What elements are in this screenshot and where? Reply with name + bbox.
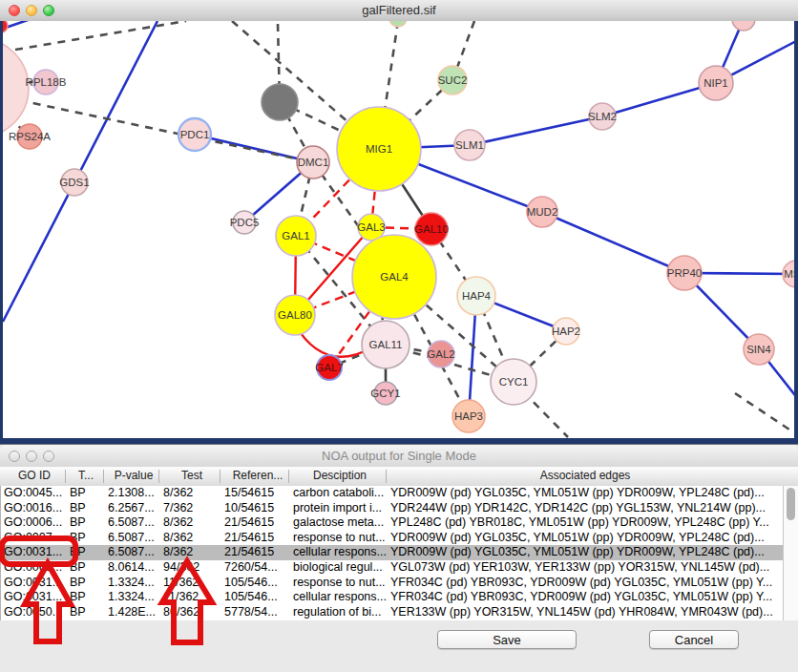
table-row[interactable]: GO:0031...BP1.3324...11/362105/546...res…	[1, 576, 798, 591]
graph-node-label: GAL3	[357, 221, 385, 233]
noa-window-titlebar[interactable]: NOA output for Single Mode	[0, 445, 798, 468]
table-cell: GO:0065...	[4, 560, 67, 576]
graph-node[interactable]	[389, 21, 407, 27]
graph-edge[interactable]	[195, 135, 313, 162]
table-cell: 11/362	[163, 576, 222, 591]
column-header-referen-[interactable]: Referen...	[223, 469, 292, 482]
graph-node-label: HAP2	[552, 326, 580, 337]
graph-node-label: CYC1	[499, 376, 529, 388]
table-cell: BP	[70, 560, 104, 576]
graph-node[interactable]	[262, 84, 298, 120]
column-divider[interactable]	[220, 470, 220, 483]
table-cell: 21/54615	[224, 545, 293, 560]
column-header-go-id[interactable]: GO ID	[3, 469, 66, 482]
network-canvas[interactable]: RPL18BRPS24AGDS1PDC1DMC1MIG1SUC2SLM1SLM2…	[0, 21, 798, 444]
table-cell: BP	[70, 501, 104, 516]
table-cell: carbon cataboli...	[293, 486, 388, 501]
table-cell: BP	[70, 576, 104, 591]
table-row[interactable]: GO:0050...BP1.428E...80/3625778/54...reg…	[1, 605, 798, 620]
table-row[interactable]: GO:0007...BP6.5087...8/36221/54615respon…	[1, 531, 798, 546]
graph-edge[interactable]	[735, 393, 794, 435]
graph-node[interactable]	[3, 21, 8, 32]
table-cell: 15/54615	[224, 486, 293, 501]
table-row[interactable]: GO:0045...BP2.1308...8/36215/54615carbon…	[1, 486, 798, 501]
table-cell: protein import i...	[293, 501, 388, 516]
column-header-desciption[interactable]: Desciption	[292, 469, 388, 482]
table-cell: 21/54615	[224, 531, 293, 546]
table-row[interactable]: GO:0031...BP6.5087...8/36221/54615cellul…	[1, 545, 798, 560]
table-row[interactable]: GO:0031...BP1.3324...11/362105/546...cel…	[1, 590, 798, 605]
column-header-t-[interactable]: T...	[69, 469, 103, 482]
noa-window-title: NOA output for Single Mode	[0, 449, 798, 463]
table-cell: BP	[70, 590, 104, 605]
table-cell: 10/54615	[224, 501, 293, 516]
table-cell: 94/362	[163, 560, 222, 576]
save-button[interactable]: Save	[437, 630, 577, 649]
graph-node-label: HAP3	[454, 410, 483, 422]
graph-node-label: GCY1	[370, 388, 400, 399]
graph-node[interactable]	[3, 38, 29, 137]
button-bar: Save Cancel	[0, 620, 798, 672]
table-cell: BP	[70, 531, 104, 546]
graph-node-label: SLM2	[588, 111, 617, 122]
graph-node-label: RPL18B	[26, 76, 67, 88]
column-header-p-value[interactable]: P-value	[107, 469, 160, 482]
table-cell: GO:0007...	[4, 531, 67, 546]
table-cell: regulation of bi...	[293, 605, 388, 620]
table-cell: 1.428E...	[108, 605, 161, 620]
network-window-title: galFiltered.sif	[0, 3, 798, 17]
table-cell: 7260/54...	[224, 560, 293, 576]
table-cell: 6.5087...	[108, 515, 161, 531]
table-cell: GO:0016...	[4, 501, 67, 516]
table-row[interactable]: GO:0065...BP8.0614...94/3627260/54...bio…	[1, 560, 798, 576]
network-window: galFiltered.sif RPL18BRPS24AGDS1PDC1DMC1…	[0, 0, 798, 444]
graph-node-label: SLM1	[455, 139, 484, 151]
graph-edge[interactable]	[15, 21, 186, 50]
table-cell: 8/362	[163, 545, 222, 560]
column-divider[interactable]	[288, 470, 289, 483]
table-row[interactable]: GO:0016...BP6.2567...7/36210/54615protei…	[1, 501, 798, 516]
graph-node-label: GDS1	[59, 177, 89, 188]
graph-node-label: PDC1	[180, 129, 210, 140]
table-row[interactable]: GO:0006...BP6.5087...8/36221/54615galact…	[1, 515, 798, 531]
column-divider[interactable]	[158, 470, 159, 483]
table-cell: BP	[70, 486, 104, 501]
column-divider[interactable]	[386, 470, 387, 483]
scrollbar-thumb[interactable]	[787, 488, 795, 520]
table-cell: YDR009W (pd) YGL035C, YML051W (pp) YDR00…	[390, 486, 782, 501]
table-cell: 8.0614...	[108, 560, 161, 576]
graph-node-label: GAL11	[369, 339, 403, 350]
table-cell: cellular respons...	[293, 590, 388, 605]
noa-output-window: NOA output for Single Mode GO IDT...P-va…	[0, 444, 798, 672]
table-cell: GO:0031...	[4, 576, 67, 591]
table-body: GO:0045...BP2.1308...8/36215/54615carbon…	[0, 486, 798, 620]
table-cell: 2.1308...	[108, 486, 161, 501]
graph-node-label: GAL4	[380, 271, 409, 283]
table-cell: cellular respons...	[293, 545, 388, 560]
table-cell: 8/362	[163, 486, 222, 501]
table-cell: 8/362	[163, 531, 222, 546]
table-cell: response to nut...	[293, 576, 388, 591]
graph-edge[interactable]	[470, 116, 602, 145]
table-cell: BP	[70, 545, 104, 560]
network-window-titlebar[interactable]: galFiltered.sif	[0, 0, 798, 22]
table-scrollbar[interactable]	[783, 486, 798, 620]
table-cell: YFR034C (pd) YBR093C, YDR009W (pd) YGL03…	[390, 590, 782, 605]
table-header-row: GO IDT...P-valueTestReferen...Desciption…	[0, 467, 798, 487]
table-cell: 7/362	[163, 501, 222, 516]
graph-node[interactable]	[732, 21, 755, 31]
column-header-associated-edges[interactable]: Associated edges	[389, 469, 781, 482]
column-header-test[interactable]: Test	[162, 469, 221, 482]
graph-node-label: RPS24A	[9, 131, 51, 142]
graph-node-label: SIN4	[746, 344, 771, 355]
cancel-button[interactable]: Cancel	[649, 630, 739, 649]
graph-node-label: DMC1	[298, 157, 329, 168]
table-cell: GO:0050...	[4, 605, 67, 620]
graph-node-label: PDC5	[230, 217, 260, 228]
table-cell: YDR009W (pd) YGL035C, YML051W (pp) YDR00…	[390, 531, 782, 546]
table-cell: biological regul...	[293, 560, 388, 576]
table-cell: GO:0031...	[4, 545, 67, 560]
graph-edge[interactable]	[542, 212, 684, 273]
column-divider[interactable]	[103, 470, 104, 483]
column-divider[interactable]	[65, 470, 66, 483]
